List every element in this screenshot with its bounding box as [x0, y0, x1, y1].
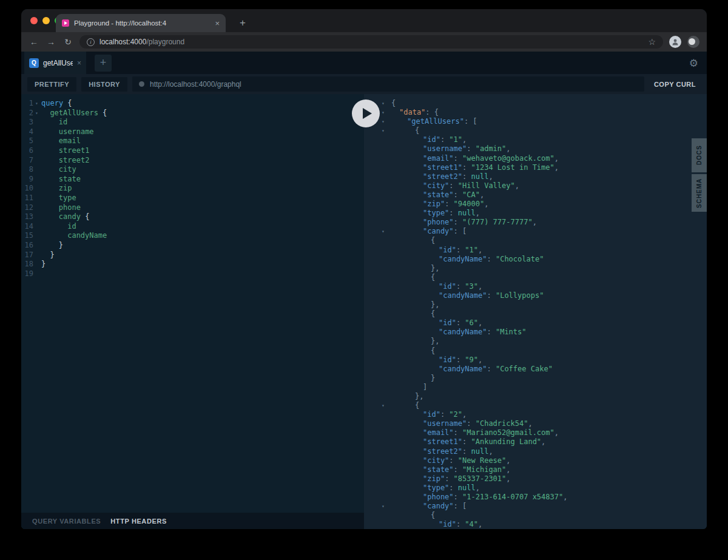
settings-gear-icon[interactable]: ⚙ — [689, 56, 698, 69]
token: , — [476, 209, 480, 217]
http-headers-tab[interactable]: HTTP HEADERS — [110, 518, 167, 525]
forward-icon[interactable]: → — [46, 37, 56, 47]
site-info-icon[interactable]: i — [87, 38, 95, 46]
editor-line[interactable]: 16} — [21, 241, 364, 251]
token: , — [478, 520, 482, 528]
close-window-button[interactable] — [30, 17, 38, 24]
token: : — [456, 282, 465, 291]
profile-avatar[interactable] — [669, 36, 681, 48]
token: { — [103, 109, 107, 117]
token: "data" — [399, 108, 425, 116]
token: email — [59, 137, 81, 145]
token: "candy" — [423, 227, 454, 235]
editor-line[interactable]: 8city — [21, 165, 364, 175]
token: null — [458, 484, 476, 492]
fold-arrow-icon[interactable]: ▾ — [35, 99, 38, 109]
back-icon[interactable]: ← — [29, 37, 39, 47]
result-line: { — [364, 511, 707, 520]
token: { — [85, 212, 89, 221]
session-tab-close-icon[interactable]: × — [77, 59, 81, 67]
line-number: 7 — [21, 156, 33, 166]
fold-arrow-icon[interactable]: ▾ — [382, 108, 385, 117]
token: }, — [431, 300, 439, 309]
address-bar[interactable]: i localhost:4000/playground ☆ — [79, 35, 663, 49]
line-number: 16 — [21, 241, 33, 251]
result-line: "email": "Mariano52@gmail.com", — [364, 428, 707, 437]
editor-line[interactable]: 19 — [21, 269, 364, 279]
endpoint-url: http://localhost:4000/graphql — [150, 80, 241, 89]
fold-arrow-icon[interactable]: ▾ — [382, 502, 385, 511]
fold-arrow-icon[interactable]: ▾ — [382, 401, 385, 410]
token: "Coffee Cake" — [496, 365, 553, 373]
token: street2 — [59, 156, 90, 164]
editor-line[interactable]: 13candy { — [21, 212, 364, 222]
editor-line[interactable]: 5email — [21, 137, 364, 146]
result-viewer: ▾{▾"data": {▾"getAllUsers": [▾{"id": "1"… — [364, 94, 707, 529]
browser-titlebar: Playground - http://localhost:4 × + — [21, 9, 707, 32]
fold-arrow-icon[interactable]: ▾ — [382, 227, 385, 236]
schema-side-tab[interactable]: SCHEMA — [692, 174, 707, 212]
editor-line[interactable]: 3id — [21, 118, 364, 127]
token: : — [487, 291, 495, 300]
token: "Hill Valley" — [458, 181, 515, 190]
result-line: { — [364, 309, 707, 319]
token: "id" — [439, 520, 456, 528]
token: : [ — [454, 227, 467, 235]
query-editor[interactable]: 1▾query {2▾getAllUsers {3id4username5ema… — [21, 94, 364, 529]
query-variables-tab[interactable]: QUERY VARIABLES — [32, 518, 101, 525]
token: "street2" — [423, 172, 462, 181]
fold-arrow-icon[interactable]: ▾ — [35, 109, 38, 118]
query-badge: Q — [29, 58, 39, 68]
fold-arrow-icon[interactable]: ▾ — [382, 126, 385, 135]
fold-arrow-icon[interactable]: ▾ — [382, 99, 385, 108]
token: "candyName" — [439, 291, 487, 300]
browser-tab[interactable]: Playground - http://localhost:4 × — [56, 14, 226, 32]
fold-arrow-icon[interactable]: ▾ — [382, 117, 385, 126]
minimize-window-button[interactable] — [42, 17, 50, 24]
new-session-button[interactable]: + — [95, 55, 112, 72]
token: phone — [59, 203, 81, 212]
session-tab-getallusers[interactable]: Q getAllUsers × — [24, 52, 86, 74]
editor-line[interactable]: 11type — [21, 194, 364, 203]
editor-line[interactable]: 10zip — [21, 184, 364, 194]
browser-profile-icon[interactable] — [687, 36, 699, 48]
result-line: "candyName": "Mints" — [364, 328, 707, 337]
editor-line[interactable]: 17} — [21, 251, 364, 260]
token: : — [454, 493, 462, 501]
token: , — [506, 456, 510, 465]
bookmark-star-icon[interactable]: ☆ — [648, 37, 656, 47]
result-line: ▾"candy": [ — [364, 502, 707, 511]
result-line: "candyName": "Lollypops" — [364, 291, 707, 300]
editor-line[interactable]: 4username — [21, 127, 364, 137]
editor-line[interactable]: 9state — [21, 175, 364, 184]
history-button[interactable]: HISTORY — [81, 77, 127, 92]
reload-icon[interactable]: ↻ — [62, 37, 73, 47]
token: "city" — [423, 456, 449, 465]
browser-tab-close-icon[interactable]: × — [215, 19, 220, 28]
code-text: id — [41, 118, 67, 126]
editor-line[interactable]: 12phone — [21, 203, 364, 213]
endpoint-input[interactable]: http://localhost:4000/graphql — [132, 76, 644, 92]
editor-line[interactable]: 18} — [21, 260, 364, 269]
docs-side-tab[interactable]: DOCS — [692, 138, 707, 172]
token: "id" — [439, 246, 456, 254]
editor-line[interactable]: 2▾getAllUsers { — [21, 109, 364, 118]
token: , — [478, 356, 482, 364]
editor-line[interactable]: 6street1 — [21, 146, 364, 156]
prettify-button[interactable]: PRETTIFY — [27, 77, 76, 92]
result-line: }, — [364, 300, 707, 309]
editor-line[interactable]: 7street2 — [21, 156, 364, 166]
token: , — [533, 218, 537, 226]
token: , — [506, 144, 510, 153]
editor-line[interactable]: 14id — [21, 222, 364, 232]
copy-curl-button[interactable]: COPY CURL — [649, 81, 701, 88]
browser-new-tab-button[interactable]: + — [235, 15, 251, 31]
code-text: type — [41, 194, 76, 202]
token: "getAllUsers" — [407, 117, 464, 126]
execute-query-button[interactable] — [352, 100, 380, 127]
result-line: ▾{ — [364, 401, 707, 410]
editor-line[interactable]: 1▾query { — [21, 99, 364, 109]
editor-line[interactable]: 15candyName — [21, 231, 364, 241]
token: "CA" — [462, 191, 480, 199]
token: : — [440, 135, 449, 144]
